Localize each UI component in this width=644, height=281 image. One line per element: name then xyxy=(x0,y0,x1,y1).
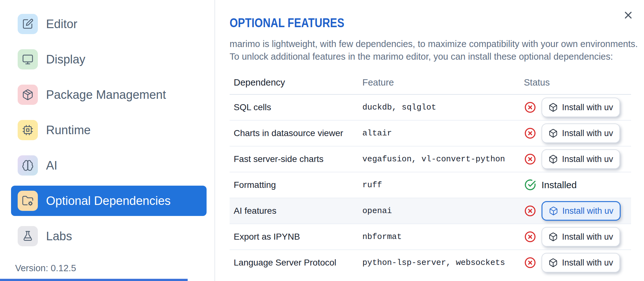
status-cell: Install with uv xyxy=(524,227,631,247)
settings-sidebar: EditorDisplayPackage ManagementRuntimeAI… xyxy=(0,0,214,281)
sidebar-item-display[interactable]: Display xyxy=(11,44,207,75)
status-cell: Install with uv xyxy=(524,253,631,272)
sidebar-item-package-management[interactable]: Package Management xyxy=(11,80,207,110)
table-body: SQL cellsduckdb, sqlglotInstall with uvC… xyxy=(230,95,631,275)
dependency-cell: Export as IPYNB xyxy=(230,232,362,242)
sidebar-item-label: Package Management xyxy=(46,88,166,102)
cpu-icon xyxy=(22,124,34,136)
installed-label: Installed xyxy=(542,180,577,190)
folder-cog-icon-tile xyxy=(18,191,38,211)
circle-check-icon xyxy=(524,179,536,191)
status-missing-icon xyxy=(524,230,536,243)
status-missing-icon xyxy=(524,205,536,217)
feature-cell: nbformat xyxy=(362,232,524,242)
feature-cell: python-lsp-server, websockets xyxy=(362,258,524,267)
cpu-icon-tile xyxy=(18,120,38,140)
status-cell: Install with uv xyxy=(524,201,631,221)
install-with-uv-button[interactable]: Install with uv xyxy=(542,123,620,143)
table-row-ai-features: AI featuresopenaiInstall with uv xyxy=(230,198,631,224)
install-with-uv-button[interactable]: Install with uv xyxy=(542,253,620,272)
column-header-feature: Feature xyxy=(362,77,524,88)
app-edge-accent xyxy=(0,279,188,281)
version-label: Version: 0.12.5 xyxy=(15,263,76,273)
status-cell: Installed xyxy=(524,179,631,191)
dependency-cell: Charts in datasource viewer xyxy=(230,128,362,138)
install-button-label: Install with uv xyxy=(562,232,613,242)
circle-x-icon xyxy=(524,205,536,217)
install-with-uv-button[interactable]: Install with uv xyxy=(542,201,621,221)
page-title: OPTIONAL FEATURES xyxy=(230,16,578,30)
sidebar-item-labs[interactable]: Labs xyxy=(11,221,207,251)
install-button-label: Install with uv xyxy=(562,154,613,164)
sidebar-item-editor[interactable]: Editor xyxy=(11,9,207,39)
column-header-dependency: Dependency xyxy=(230,77,362,88)
circle-x-icon xyxy=(524,230,536,243)
feature-cell: duckdb, sqlglot xyxy=(362,103,524,112)
table-row-sql-cells: SQL cellsduckdb, sqlglotInstall with uv xyxy=(230,95,631,121)
description-line: To unlock additional features in the mar… xyxy=(230,50,644,63)
monitor-icon-tile xyxy=(18,49,38,69)
table-row-charts-in-datasource-viewer: Charts in datasource vieweraltairInstall… xyxy=(230,121,631,146)
install-with-uv-button[interactable]: Install with uv xyxy=(542,149,620,169)
status-installed-icon xyxy=(524,179,536,191)
dependency-cell: SQL cells xyxy=(230,102,362,112)
status-missing-icon xyxy=(524,153,536,165)
box-icon xyxy=(548,154,558,164)
install-with-uv-button[interactable]: Install with uv xyxy=(542,98,620,117)
status-missing-icon xyxy=(524,101,536,114)
brain-icon xyxy=(22,159,34,171)
edit-icon-tile xyxy=(18,14,38,34)
dependency-cell: Fast server-side charts xyxy=(230,154,362,164)
close-icon xyxy=(623,9,634,21)
box-icon xyxy=(548,232,558,242)
table-row-formatting: FormattingruffInstalled xyxy=(230,172,631,198)
monitor-icon xyxy=(22,53,34,65)
table-row-language-server-protocol: Language Server Protocolpython-lsp-serve… xyxy=(230,250,631,275)
column-header-status: Status xyxy=(524,77,631,88)
box-icon xyxy=(548,103,558,112)
status-missing-icon xyxy=(524,127,536,140)
box-icon xyxy=(548,129,558,138)
sidebar-item-label: Optional Dependencies xyxy=(46,194,171,208)
table-header-row: Dependency Feature Status xyxy=(230,77,631,95)
sidebar-item-label: Labs xyxy=(46,230,72,243)
brain-icon-tile xyxy=(18,155,38,176)
flask-icon xyxy=(22,230,34,242)
install-button-label: Install with uv xyxy=(562,206,613,216)
optional-features-table: Dependency Feature Status SQL cellsduckd… xyxy=(230,77,631,275)
settings-panel: OPTIONAL FEATURES marimo is lightweight,… xyxy=(215,0,644,281)
close-button[interactable] xyxy=(621,8,635,22)
sidebar-item-label: AI xyxy=(46,159,57,172)
status-cell: Install with uv xyxy=(524,123,631,143)
dependency-cell: AI features xyxy=(230,206,362,216)
feature-cell: openai xyxy=(362,206,524,216)
flask-icon-tile xyxy=(18,226,38,246)
sidebar-item-label: Runtime xyxy=(46,123,91,137)
circle-x-icon xyxy=(524,256,536,269)
package-icon xyxy=(22,89,34,101)
edit-icon xyxy=(22,18,34,30)
feature-cell: vegafusion, vl-convert-python xyxy=(362,154,524,164)
sidebar-item-ai[interactable]: AI xyxy=(11,150,207,181)
sidebar-item-label: Display xyxy=(46,53,85,66)
panel-description: marimo is lightweight, with few dependen… xyxy=(230,38,644,63)
sidebar-nav: EditorDisplayPackage ManagementRuntimeAI… xyxy=(11,9,214,251)
dependency-cell: Language Server Protocol xyxy=(230,258,362,268)
install-button-label: Install with uv xyxy=(562,129,613,138)
sidebar-item-label: Editor xyxy=(46,17,77,31)
feature-cell: ruff xyxy=(362,180,524,190)
sidebar-item-optional-dependencies[interactable]: Optional Dependencies xyxy=(11,186,207,216)
box-icon xyxy=(549,206,558,216)
package-icon-tile xyxy=(18,85,38,105)
circle-x-icon xyxy=(524,127,536,140)
box-icon xyxy=(548,258,558,267)
status-cell: Install with uv xyxy=(524,149,631,169)
install-with-uv-button[interactable]: Install with uv xyxy=(542,227,620,247)
install-button-label: Install with uv xyxy=(562,258,613,268)
circle-x-icon xyxy=(524,153,536,165)
status-missing-icon xyxy=(524,256,536,269)
install-button-label: Install with uv xyxy=(562,103,613,112)
status-cell: Install with uv xyxy=(524,98,631,117)
sidebar-item-runtime[interactable]: Runtime xyxy=(11,115,207,145)
feature-cell: altair xyxy=(362,129,524,138)
